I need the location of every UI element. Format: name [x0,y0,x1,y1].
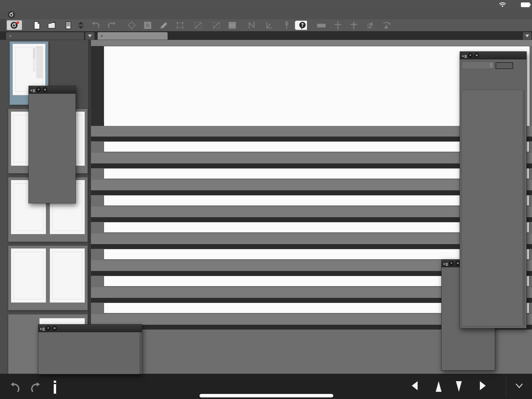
divider [506,377,506,398]
redo-icon[interactable] [30,382,41,393]
close-icon[interactable]: ✕ [468,53,473,58]
scrollbar[interactable] [523,91,524,325]
snap-grid-button[interactable] [281,20,293,30]
undo-icon[interactable] [10,382,21,393]
updown-arrows-icon [490,63,493,68]
quick-mask-button[interactable] [158,20,170,30]
battery-nub [530,4,531,6]
palette-menu-icon[interactable] [31,88,35,91]
layer-palette-titlebar[interactable]: ✕ ≡ [460,52,526,59]
home-indicator[interactable] [200,394,333,397]
manuscript-text-preview [33,48,35,71]
collapse-icon[interactable]: ≡ [52,326,57,331]
blend-mode-dropdown[interactable] [462,61,494,69]
next-page-icon[interactable] [456,381,462,392]
main-toolbar: ? [0,19,532,31]
close-icon[interactable]: ✕ [46,326,51,331]
prev-page-icon[interactable] [436,381,442,392]
palette-menu-icon[interactable] [463,54,466,57]
status-bar [0,0,532,10]
redo-button[interactable] [106,20,118,30]
scrollbar[interactable] [140,332,142,374]
menu-bar [0,10,532,19]
palette-menu-icon[interactable] [40,327,44,330]
first-page-icon[interactable] [412,381,418,390]
app-logo-icon[interactable] [7,11,15,19]
page-thumbnail[interactable] [50,248,85,303]
brush-size-titlebar[interactable]: ✕ ≡ [38,324,142,332]
page-guide [52,252,82,299]
close-icon[interactable]: ✕ [9,34,12,38]
toolbar-separator [239,21,240,29]
snap-ruler-button[interactable] [246,20,258,30]
csp-home-button[interactable] [7,20,22,30]
open-file-button[interactable] [46,20,58,30]
flip-view-button[interactable] [364,20,376,30]
close-icon[interactable]: ✕ [36,87,41,92]
deselect-button[interactable] [126,20,138,30]
close-icon[interactable]: ✕ [449,261,454,266]
layer-palette: ✕ ≡ [460,51,527,328]
canvas-tab-bar: ✕ ✕ [0,31,532,40]
frame-button[interactable] [226,20,238,30]
new-file-button[interactable] [31,20,43,30]
collapse-icon[interactable]: ≡ [43,87,47,92]
toolbar-separator [117,21,118,29]
collapse-icon[interactable]: ≡ [474,53,479,58]
page-guide [14,252,43,299]
invert-selection-button[interactable] [210,20,222,30]
transform-button[interactable] [174,20,186,30]
help-button[interactable]: ? [295,20,307,30]
close-icon[interactable]: ✕ [100,34,103,38]
wifi-icon [499,2,506,7]
manuscript-text-preview [36,47,43,78]
ruler-button[interactable] [315,20,327,30]
svg-text:?: ? [301,22,304,28]
snap-special-ruler-button[interactable] [263,20,275,30]
reorder-button[interactable] [75,20,87,30]
tab-comic[interactable]: ✕ [6,32,84,40]
tab-story-editor[interactable]: ✕ [98,32,168,40]
crosshair2-button[interactable] [348,20,360,30]
editor-margin [91,40,532,46]
rotate-view-button[interactable] [380,20,392,30]
toolbar-collapse-button[interactable] [0,19,6,31]
save-button[interactable] [62,20,74,30]
page-spread[interactable] [8,245,88,310]
crosshair-button[interactable] [332,20,344,30]
bottom-toolbar [0,374,532,399]
last-page-icon[interactable] [480,381,486,390]
toolbar-separator [188,21,188,29]
toolbar-separator [84,21,85,29]
clip-studio-paint-screen: ? ✕ ✕ ✕ ≡ [0,0,532,399]
chevron-down-icon [525,35,529,37]
collapse-bar-icon[interactable] [516,383,523,389]
edit-in-command-bar-icon[interactable] [53,381,59,394]
layer-list[interactable] [462,90,525,326]
chevron-down-icon [88,35,92,37]
editor-gutter [91,46,104,126]
palette-menu-icon[interactable] [444,262,447,265]
brush-size-palette: ✕ ≡ [38,324,142,374]
page-thumbnail[interactable] [11,248,46,303]
tab-dropdown-button[interactable] [85,32,94,40]
tool-palette-titlebar[interactable]: ✕ ≡ [29,86,76,94]
opacity-field[interactable] [496,62,513,69]
select-area-button[interactable] [142,20,154,30]
clear-selection-button[interactable] [192,20,204,30]
battery-icon [521,2,530,7]
undo-button[interactable] [90,20,102,30]
tab-overflow-button[interactable] [523,32,531,40]
tool-palette: ✕ ≡ [28,86,76,203]
